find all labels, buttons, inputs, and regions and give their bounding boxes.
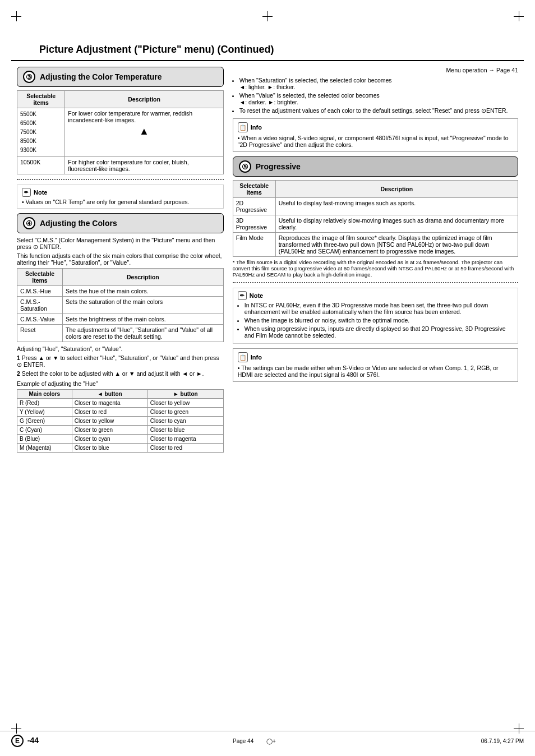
color-temp-table: Selectable items Description 5500K 6500K… [17, 90, 224, 174]
page-title: Picture Adjustment ("Picture" menu) (Con… [11, 39, 524, 61]
dotted-divider-2 [233, 282, 518, 283]
section3-note: ✏ Note • Values on "CLR Temp" are only f… [17, 185, 224, 209]
adjusting-label: Adjusting "Hue", "Saturation", or "Value… [17, 345, 224, 352]
note-icon-1: ✏ [22, 188, 31, 197]
section4-intro1: Select "C.M.S." (Color Management System… [17, 237, 224, 250]
footer-left: E -44 [11, 735, 39, 747]
info-box-2: 📋 Info • The settings can be made either… [233, 348, 518, 382]
cms-row2-item: C.M.S.-Saturation [17, 297, 63, 314]
step1-text: 1 Press ▲ or ▼ to select either "Hue", "… [17, 354, 224, 368]
menu-operation: Menu operation → Page 41 [233, 67, 518, 73]
section5-number: ⑤ [239, 160, 251, 173]
page-num: -44 [27, 736, 39, 745]
section3-note-text: • Values on "CLR Temp" are only for gene… [22, 199, 219, 205]
table-row: Film Mode Reproduces the image of film s… [233, 233, 518, 257]
footer-right: 06.7.19, 4:27 PM [481, 738, 524, 744]
hue-col3: ► button [147, 390, 223, 399]
note-icon-2: ✏ [238, 291, 247, 300]
page-footer: E -44 Page 44 ◯+ 06.7.19, 4:27 PM [0, 731, 535, 750]
section5-title: Progressive [256, 162, 301, 171]
info-text-2: • The settings can be made either when S… [238, 365, 513, 378]
prog-note-bullets: In NTSC or PAL60Hz, even if the 3D Progr… [238, 302, 513, 339]
color-temp-row1-desc: For lower color temperature for warmer, … [65, 108, 223, 157]
section3-note-title: ✏ Note [22, 188, 219, 197]
info-icon-1: 📋 [238, 122, 248, 132]
section4-number: ④ [23, 217, 35, 229]
cms-col1-header: Selectable items [17, 269, 63, 286]
right-column: Menu operation → Page 41 When "Saturatio… [233, 67, 518, 453]
prog-note: ✏ Note In NTSC or PAL60Hz, even if the 3… [233, 288, 518, 344]
cms-row1-item: C.M.S.-Hue [17, 286, 63, 297]
hue-example-table: Main colors ◄ button ► button R (Red)Clo… [17, 389, 224, 453]
cms-row3-item: C.M.S.-Value [17, 314, 63, 325]
table-row: M (Magenta)Closer to blueCloser to red [17, 444, 224, 453]
table-row: 2D Progressive Useful to display fast-mo… [233, 198, 518, 215]
table-row: C (Cyan)Closer to greenCloser to blue [17, 426, 224, 435]
prog-col2-header: Description [275, 181, 518, 198]
reg-mark-tc [262, 11, 273, 21]
reg-mark-tr [514, 11, 524, 21]
top-bullets: When "Saturation" is selected, the selec… [233, 77, 518, 114]
hue-col2: ◄ button [72, 390, 147, 399]
info-text-1: • When a video signal, S-video signal, o… [238, 135, 513, 148]
section3-title: Adjusting the Color Temperature [40, 72, 162, 81]
section3-number: ③ [23, 71, 35, 83]
table-row: G (Green)Closer to yellowCloser to cyan [17, 417, 224, 426]
cms-row1-desc: Sets the hue of the main colors. [63, 286, 224, 297]
section5-header: ⑤ Progressive [233, 156, 518, 177]
prog-note-title: ✏ Note [238, 291, 513, 300]
reg-mark-br [514, 723, 524, 734]
section4-title: Adjusting the Colors [40, 219, 117, 228]
reg-mark-tl [11, 11, 21, 21]
color-temp-col2-header: Description [65, 91, 223, 108]
color-temp-col1-header: Selectable items [17, 91, 65, 108]
e-badge: E [11, 735, 24, 747]
color-temp-row2-desc: For higher color temperature for cooler,… [65, 157, 223, 174]
color-temp-row2-items: 10500K [17, 157, 65, 174]
progressive-table: Selectable items Description 2D Progress… [233, 180, 518, 257]
reg-mark-bl [11, 723, 21, 734]
cms-row2-desc: Sets the saturation of the main colors [63, 297, 224, 314]
cms-table: Selectable items Description C.M.S.-Hue … [17, 268, 224, 342]
example-label: Example of adjusting the "Hue" [17, 380, 224, 387]
left-column: ③ Adjusting the Color Temperature Select… [17, 67, 224, 453]
info-box-1: 📋 Info • When a video signal, S-video si… [233, 118, 518, 152]
hue-col1: Main colors [17, 390, 72, 399]
table-row: 3D Progressive Useful to display relativ… [233, 215, 518, 233]
section4-header: ④ Adjusting the Colors [17, 213, 224, 233]
section4-intro2: This function adjusts each of the six ma… [17, 252, 224, 266]
section3-header: ③ Adjusting the Color Temperature [17, 67, 224, 87]
cms-row4-desc: The adjustments of "Hue", "Saturation" a… [63, 325, 224, 342]
info-title-2: 📋 Info [238, 352, 513, 362]
cms-row4-item: Reset [17, 325, 63, 342]
info-title-1: 📋 Info [238, 122, 513, 132]
table-row: B (Blue)Closer to cyanCloser to magenta [17, 435, 224, 444]
prog-col1-header: Selectable items [233, 181, 275, 198]
table-row: R (Red)Closer to magentaCloser to yellow [17, 399, 224, 408]
cms-col2-header: Description [63, 269, 224, 286]
table-row: Y (Yellow)Closer to redCloser to green [17, 408, 224, 417]
step2-text: 2 Select the color to be adjusted with ▲… [17, 370, 224, 377]
footer-center: Page 44 ◯+ [233, 738, 287, 744]
color-temp-row1-items: 5500K 6500K 7500K 8500K 9300K [17, 108, 65, 157]
dotted-divider-1 [17, 179, 224, 180]
cms-row3-desc: Sets the brightness of the main colors. [63, 314, 224, 325]
prog-footnote: * The film source is a digital video rec… [233, 259, 518, 278]
info-icon-2: 📋 [238, 352, 248, 362]
